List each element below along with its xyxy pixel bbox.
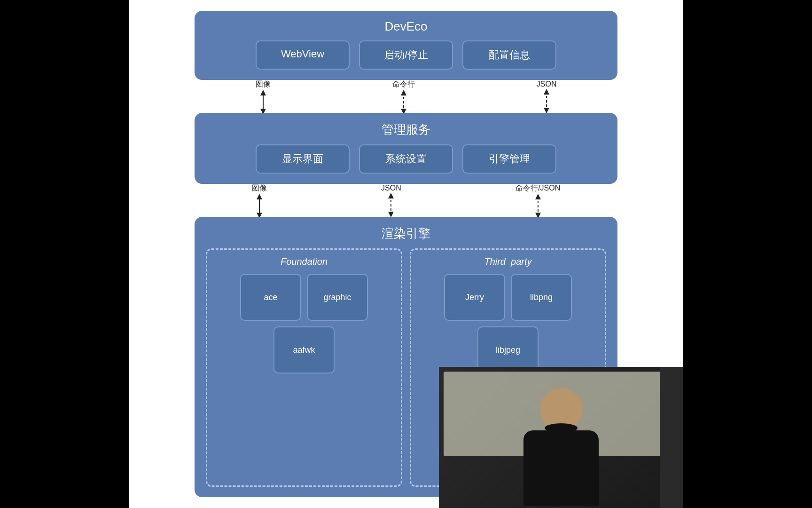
management-boxes: 显示界面 系统设置 引擎管理 — [206, 144, 606, 174]
start-stop-box: 启动/停止 — [359, 40, 453, 70]
right-panel — [660, 367, 683, 508]
arrow-section-2: 图像 JSON — [195, 184, 617, 217]
person-body — [523, 430, 599, 506]
render-title: 渲染引擎 — [206, 225, 606, 242]
arrow-label-json-1: JSON — [537, 80, 557, 88]
management-title: 管理服务 — [206, 121, 606, 138]
graphic-box: graphic — [307, 274, 368, 321]
arrow-cmd-json-2: 命令行/JSON — [515, 183, 560, 218]
arrow-label-image-1: 图像 — [256, 79, 271, 89]
arrow-json-2: JSON — [381, 184, 401, 217]
deveco-layer: DevEco WebView 启动/停止 配置信息 — [195, 11, 617, 80]
person-silhouette — [523, 388, 599, 506]
main-content: DevEco WebView 启动/停止 配置信息 图像 — [129, 0, 683, 508]
deveco-boxes: WebView 启动/停止 配置信息 — [206, 40, 606, 70]
arrow-label-cmd-1: 命令行 — [392, 79, 415, 89]
settings-box: 系统设置 — [359, 144, 453, 174]
arrow-section-1: 图像 命令行 — [195, 80, 617, 113]
aafwk-box: aafwk — [273, 326, 335, 373]
libjpeg-box: libjpeg — [477, 326, 539, 373]
ace-box: ace — [240, 274, 301, 321]
foundation-title: Foundation — [215, 256, 393, 267]
config-box: 配置信息 — [462, 40, 556, 70]
third-party-row1: Jerry libpng libjpeg — [419, 274, 597, 373]
arrow-cmd-1: 命令行 — [392, 79, 415, 114]
management-layer: 管理服务 显示界面 系统设置 引擎管理 — [195, 113, 617, 184]
arrow-label-cmd-json-2: 命令行/JSON — [515, 183, 560, 193]
arrow-json-1: JSON — [537, 80, 557, 113]
engine-box: 引擎管理 — [462, 144, 556, 174]
person-head — [540, 388, 582, 430]
webcam-overlay — [439, 367, 683, 508]
foundation-items: ace graphic aafwk — [215, 274, 393, 373]
webview-box: WebView — [256, 40, 350, 70]
jerry-box: Jerry — [444, 274, 505, 321]
foundation-box: Foundation ace graphic aafwk — [206, 248, 402, 487]
third-party-title: Third_party — [419, 256, 597, 267]
arrow-image-2: 图像 — [252, 183, 267, 218]
arrow-image-1: 图像 — [256, 79, 271, 114]
webcam-person — [439, 367, 683, 508]
deveco-title: DevEco — [206, 19, 606, 34]
arrow-label-image-2: 图像 — [252, 183, 267, 193]
display-box: 显示界面 — [256, 144, 350, 174]
libpng-box: libpng — [511, 274, 572, 321]
arrow-label-json-2: JSON — [381, 184, 401, 192]
